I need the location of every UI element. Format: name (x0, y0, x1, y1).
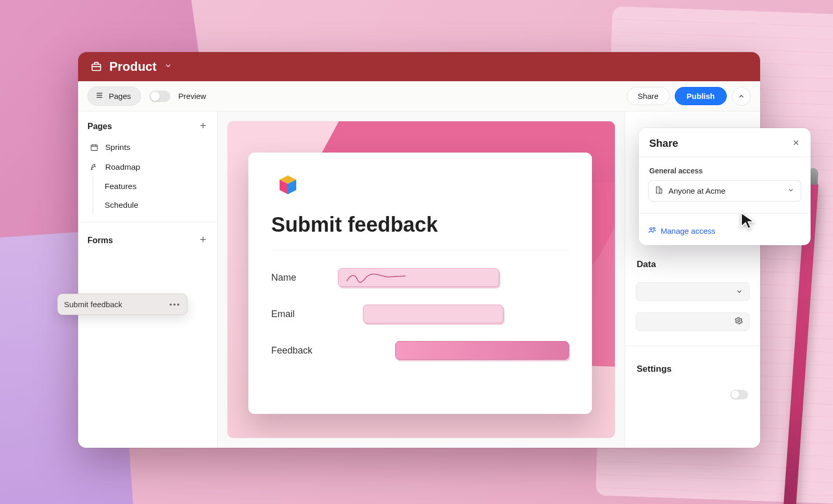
forms-section-title: Forms (87, 236, 113, 245)
share-title: Share (649, 137, 678, 149)
field-label: Email (271, 309, 329, 320)
settings-section-title: Settings (625, 359, 760, 377)
cursor-icon (739, 211, 758, 234)
preview-toggle[interactable] (149, 91, 170, 102)
access-value: Anyone at Acme (668, 186, 725, 195)
form-title: Submit feedback (271, 213, 569, 250)
header-title[interactable]: Product (109, 59, 157, 74)
divider (625, 346, 760, 346)
sidebar-item-label: Roadmap (105, 162, 140, 172)
canvas: Submit feedback Name Email (218, 111, 625, 448)
people-icon (648, 226, 657, 236)
preview-label: Preview (179, 92, 206, 100)
data-settings-row[interactable] (636, 312, 750, 331)
briefcase-icon (91, 61, 102, 72)
svg-rect-0 (92, 64, 101, 70)
settings-toggle[interactable] (730, 390, 748, 400)
sidebar-item-roadmap[interactable]: Roadmap (87, 157, 208, 177)
form-field-email: Email (271, 305, 569, 323)
sidebar-item-sprints[interactable]: Sprints (87, 137, 208, 157)
chevron-down-icon[interactable] (164, 61, 172, 72)
collapse-button[interactable] (732, 87, 751, 106)
field-label: Feedback (271, 345, 319, 356)
data-dropdown[interactable] (636, 282, 750, 301)
add-form-button[interactable] (198, 235, 208, 246)
more-icon[interactable]: ••• (169, 300, 181, 309)
svg-point-7 (650, 228, 652, 230)
form-chip-label: Submit feedback (64, 300, 122, 309)
sidebar-subitem-schedule[interactable]: Schedule (103, 196, 208, 215)
manage-access-label: Manage access (661, 226, 715, 235)
feedback-input[interactable] (395, 341, 569, 360)
app-header: Product (78, 52, 760, 81)
field-label: Name (271, 272, 329, 283)
calendar-icon (90, 143, 99, 152)
app-window: Product Pages Preview Share Publish Page… (78, 52, 760, 448)
svg-rect-6 (657, 187, 660, 193)
pages-chip-label: Pages (109, 92, 131, 100)
divider (78, 222, 217, 222)
form-field-feedback: Feedback (271, 341, 569, 360)
canvas-frame: Submit feedback Name Email (227, 121, 615, 438)
access-select[interactable]: Anyone at Acme (648, 180, 801, 201)
gear-icon (735, 317, 743, 327)
sidebar-subitem-features[interactable]: Features (103, 177, 208, 196)
publish-button[interactable]: Publish (675, 87, 727, 105)
form-chip[interactable]: Submit feedback ••• (57, 294, 187, 315)
name-input[interactable] (338, 268, 499, 287)
svg-rect-1 (91, 145, 97, 150)
menu-icon (95, 91, 104, 101)
svg-point-8 (653, 228, 655, 229)
toolbar: Pages Preview Share Publish (78, 81, 760, 111)
pages-chip[interactable]: Pages (87, 86, 141, 106)
manage-access-link[interactable]: Manage access (648, 226, 801, 236)
close-icon[interactable] (792, 138, 800, 149)
pages-section-title: Pages (87, 122, 112, 131)
email-input[interactable] (363, 305, 503, 323)
form-card: Submit feedback Name Email (248, 153, 592, 414)
sidebar: Pages Sprints Roadmap (78, 111, 218, 448)
data-section-title: Data (625, 254, 760, 273)
rocket-icon (90, 163, 99, 171)
building-icon (655, 186, 663, 196)
share-button[interactable]: Share (627, 87, 670, 105)
general-access-label: General access (639, 157, 811, 180)
add-page-button[interactable] (198, 121, 208, 132)
sidebar-item-label: Sprints (105, 143, 130, 152)
svg-point-5 (738, 320, 740, 322)
share-popover: Share General access Anyone at Acme Mana… (639, 128, 811, 245)
divider (639, 213, 811, 213)
chevron-down-icon (787, 186, 794, 195)
form-field-name: Name (271, 268, 569, 287)
logo-icon (271, 173, 569, 201)
